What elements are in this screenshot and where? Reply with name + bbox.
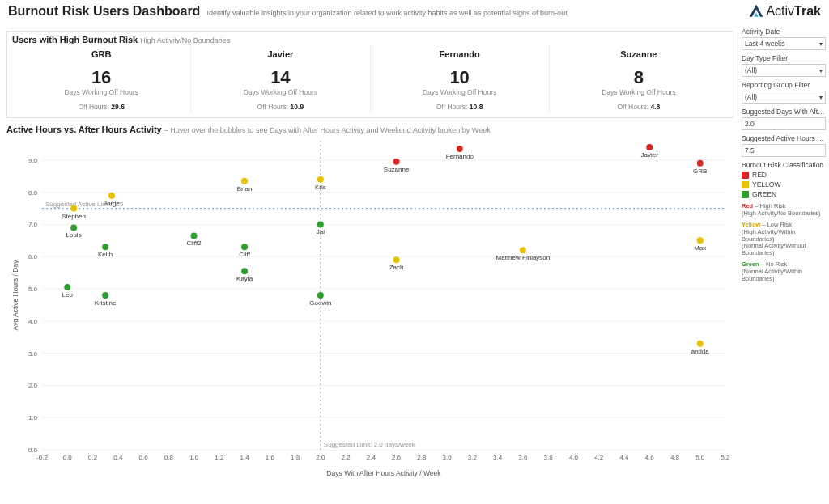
risk-red-desc: Red – High Risk (High Activity/No Bounda… (742, 203, 826, 217)
svg-text:0.6: 0.6 (138, 454, 148, 461)
data-point-label: Suzanne (384, 166, 410, 173)
data-point[interactable] (241, 244, 248, 250)
data-point-label: Javier (641, 151, 659, 159)
data-point[interactable] (520, 247, 526, 253)
data-point[interactable] (102, 244, 108, 250)
day-type-select[interactable]: (All) ▾ (742, 64, 826, 77)
data-point-label: GRB (693, 167, 707, 175)
classification-title: Burnout Risk Classification (742, 161, 826, 169)
svg-text:4.6: 4.6 (645, 454, 655, 461)
svg-text:2.8: 2.8 (417, 454, 427, 461)
svg-text:1.4: 1.4 (240, 454, 250, 461)
data-point[interactable] (317, 221, 324, 227)
card-name: Javier (194, 49, 366, 59)
activtrak-logo-icon (748, 3, 764, 19)
card-days-value: 16 (15, 67, 187, 88)
risk-user-card[interactable]: Suzanne 8 Days Working Off Hours Off Hou… (550, 44, 728, 112)
data-point[interactable] (241, 268, 248, 274)
day-type-label: Day Type Filter (742, 54, 826, 62)
data-point[interactable] (317, 176, 324, 183)
svg-text:1.0: 1.0 (189, 454, 199, 461)
scatter-chart[interactable]: 0.01.02.03.04.05.06.07.08.09.0-0.20.00.2… (6, 136, 733, 479)
data-point[interactable] (241, 178, 248, 184)
svg-text:6.0: 6.0 (28, 253, 38, 260)
svg-text:Suggested Limit: 2.0 days/week: Suggested Limit: 2.0 days/week (324, 441, 416, 448)
data-point[interactable] (70, 224, 77, 231)
card-days-value: 8 (553, 67, 725, 88)
data-point[interactable] (70, 205, 77, 212)
risk-user-card[interactable]: Fernando 10 Days Working Off Hours Off H… (371, 44, 550, 112)
svg-text:Avg Active Hours / Day: Avg Active Hours / Day (11, 260, 19, 331)
reporting-group-value: (All) (745, 93, 757, 101)
logo-text-2: Trak (794, 4, 821, 19)
card-offhours: Off Hours: 29.6 (15, 103, 187, 111)
svg-text:3.6: 3.6 (518, 454, 528, 461)
suggested-days-value: 2.0 (745, 120, 755, 128)
data-point[interactable] (697, 160, 704, 167)
svg-text:3.8: 3.8 (544, 454, 554, 461)
data-point[interactable] (191, 232, 198, 239)
data-point-label: Kristine (95, 299, 117, 307)
svg-text:3.0: 3.0 (28, 350, 38, 358)
svg-text:1.0: 1.0 (28, 414, 38, 421)
risk-user-card[interactable]: GRB 16 Days Working Off Hours Off Hours:… (12, 44, 191, 112)
logo-text-1: Activ (766, 4, 794, 19)
data-point[interactable] (393, 256, 400, 263)
data-point[interactable] (108, 193, 115, 199)
svg-text:7.0: 7.0 (28, 221, 38, 228)
legend-swatch (742, 172, 749, 179)
svg-text:-0.2: -0.2 (36, 454, 48, 461)
sidebar-filters: Activity Date Last 4 weeks ▾ Day Type Fi… (742, 28, 826, 501)
svg-text:4.2: 4.2 (594, 454, 604, 461)
data-point[interactable] (317, 292, 324, 299)
svg-text:0.0: 0.0 (63, 454, 73, 461)
data-point[interactable] (457, 146, 463, 152)
legend-item[interactable]: GREEN (742, 190, 826, 198)
data-point[interactable] (646, 144, 653, 150)
card-days-label: Days Working Off Hours (194, 88, 366, 96)
legend-item[interactable]: RED (742, 171, 826, 179)
svg-text:5.0: 5.0 (695, 454, 705, 461)
risk-user-card[interactable]: Javier 14 Days Working Off Hours Off Hou… (191, 44, 370, 112)
data-point-label: Matthew Finlayson (496, 254, 551, 261)
suggested-days-input[interactable]: 2.0 (742, 117, 826, 130)
svg-text:2.0: 2.0 (28, 382, 38, 389)
header: Burnout Risk Users Dashboard Identify va… (0, 0, 829, 19)
svg-text:2.0: 2.0 (316, 454, 325, 461)
main-content: Users with High Burnout Risk High Activi… (0, 26, 740, 504)
data-point-label: Kris (315, 184, 326, 191)
data-point-label: Stephen (62, 213, 86, 220)
activity-date-value: Last 4 weeks (745, 40, 785, 48)
data-point-label: Godwin (309, 299, 331, 307)
data-point[interactable] (697, 341, 704, 347)
data-point-label: Jai (317, 228, 325, 235)
card-days-label: Days Working Off Hours (15, 88, 187, 96)
reporting-group-select[interactable]: (All) ▾ (742, 91, 826, 104)
reporting-group-label: Reporting Group Filter (742, 81, 826, 89)
svg-text:2.6: 2.6 (392, 454, 402, 461)
data-point[interactable] (64, 284, 70, 290)
data-point-label: Keith (98, 251, 113, 258)
svg-text:3.4: 3.4 (493, 454, 503, 461)
data-point-label: Kayla (236, 275, 253, 282)
data-point[interactable] (697, 237, 704, 244)
page-subtitle: Identify valuable insights in your organ… (206, 9, 569, 17)
logo: ActivTrak (748, 3, 821, 19)
legend-item[interactable]: YELLOW (742, 180, 826, 188)
card-name: GRB (15, 49, 187, 59)
high-risk-panel: Users with High Burnout Risk High Activi… (6, 31, 733, 118)
suggested-hours-input[interactable]: 7.5 (742, 144, 826, 157)
section2-sub: – Hover over the bubbles to see Days wit… (164, 126, 491, 134)
card-offhours: Off Hours: 10.8 (374, 103, 546, 111)
card-days-value: 14 (194, 67, 366, 88)
svg-text:Days With After Hours Activity: Days With After Hours Activity / Week (326, 469, 441, 477)
svg-text:8.0: 8.0 (28, 189, 38, 197)
card-offhours: Off Hours: 10.9 (194, 103, 366, 111)
suggested-hours-label: Suggested Active Hours Limit (742, 134, 826, 142)
data-point[interactable] (102, 292, 108, 299)
data-point[interactable] (393, 159, 400, 165)
svg-text:0.0: 0.0 (28, 447, 38, 454)
activity-date-select[interactable]: Last 4 weeks ▾ (742, 37, 826, 50)
svg-text:0.8: 0.8 (164, 454, 174, 461)
section1-sub: High Activity/No Boundaries (140, 36, 230, 44)
